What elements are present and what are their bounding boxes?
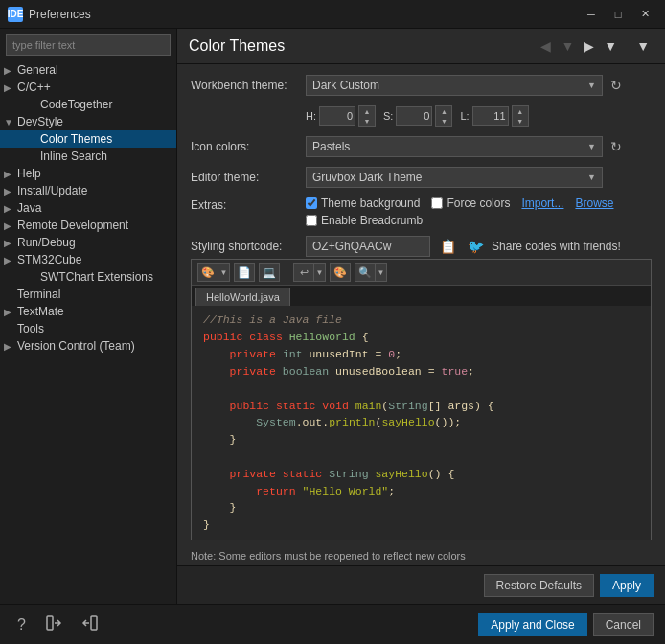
maximize-button[interactable]: □ bbox=[606, 5, 631, 24]
login-button[interactable] bbox=[39, 612, 68, 637]
svg-rect-0 bbox=[47, 616, 53, 630]
editor-theme-value: Gruvbox Dark Theme bbox=[312, 171, 423, 184]
theme-background-checkbox-item[interactable]: Theme background bbox=[306, 196, 420, 210]
back-dropdown-button[interactable]: ▼ bbox=[557, 36, 578, 56]
styling-shortcode-label: Styling shortcode: bbox=[191, 240, 306, 253]
minimize-button[interactable]: ─ bbox=[579, 5, 604, 24]
sidebar-item-label: Help bbox=[17, 167, 41, 180]
apply-button[interactable]: Apply bbox=[600, 574, 654, 597]
editor-theme-dropdown[interactable]: Gruvbox Dark Theme ▼ bbox=[306, 167, 603, 188]
sidebar-item-swtchart[interactable]: SWTChart Extensions bbox=[0, 268, 176, 286]
window-controls: ─ □ ✕ bbox=[579, 5, 657, 24]
forward-dropdown-button[interactable]: ▼ bbox=[600, 36, 621, 56]
sidebar-item-install-update[interactable]: ▶ Install/Update bbox=[0, 182, 176, 199]
theme-background-checkbox[interactable] bbox=[306, 197, 317, 209]
sidebar-item-label: Color Themes bbox=[40, 132, 112, 146]
hue-up-button[interactable]: ▲ bbox=[359, 106, 375, 116]
preview-area: 🎨 ▼ 📄 💻 ↩ ▼ 🎨 🔍 ▼ HelloWorld.java bbox=[191, 259, 652, 540]
code-line-close-main: } bbox=[203, 431, 639, 448]
sidebar-item-label: TextMate bbox=[17, 305, 64, 318]
sidebar-item-general[interactable]: ▶ General bbox=[0, 61, 176, 79]
theme-icon-button[interactable]: 🎨 bbox=[197, 263, 218, 282]
search-button[interactable]: 🔍 bbox=[355, 263, 376, 282]
search-dropdown-arrow[interactable]: ▼ bbox=[376, 263, 387, 282]
icon-colors-dropdown[interactable]: Pastels ▼ bbox=[306, 136, 603, 157]
sidebar-item-help[interactable]: ▶ Help bbox=[0, 165, 176, 182]
force-colors-checkbox-item[interactable]: Force colors bbox=[431, 196, 510, 210]
footer: ? Apply and Close Cancel bbox=[0, 604, 665, 644]
icon-colors-reload-button[interactable]: ↻ bbox=[608, 137, 624, 156]
forward-button[interactable]: ▶ bbox=[580, 36, 598, 56]
sidebar-item-remote-dev[interactable]: ▶ Remote Development bbox=[0, 217, 176, 234]
logout-button[interactable] bbox=[76, 612, 104, 637]
extras-row: Extras: Theme background Force colors Im… bbox=[191, 196, 652, 227]
code-line-sayhello: private static String sayHello() { bbox=[203, 466, 639, 483]
clipboard-button[interactable]: 📋 bbox=[436, 237, 460, 256]
expand-arrow-run: ▶ bbox=[4, 238, 17, 248]
back-button[interactable]: ◀ bbox=[537, 36, 555, 56]
clipboard-icon: 📋 bbox=[440, 239, 456, 254]
bottom-bar: Restore Defaults Apply bbox=[177, 565, 665, 604]
icon-colors-controls: Pastels ▼ ↻ bbox=[306, 136, 652, 157]
hue-down-button[interactable]: ▼ bbox=[359, 116, 375, 126]
sat-down-button[interactable]: ▼ bbox=[436, 116, 451, 126]
sidebar-item-tools[interactable]: Tools bbox=[0, 320, 176, 337]
file-tab[interactable]: HelloWorld.java bbox=[195, 288, 290, 306]
sidebar: ▶ General ▶ C/C++ CodeTogether ▼ DevStyl… bbox=[0, 29, 177, 604]
sidebar-item-java[interactable]: ▶ Java bbox=[0, 199, 176, 217]
shortcode-input[interactable] bbox=[306, 236, 430, 257]
expand-arrow-textmate: ▶ bbox=[4, 307, 17, 317]
sidebar-item-terminal[interactable]: Terminal bbox=[0, 286, 176, 303]
hue-label: H: bbox=[306, 110, 316, 122]
hue-input[interactable] bbox=[319, 106, 355, 126]
paint-button[interactable]: 🎨 bbox=[330, 263, 351, 282]
sidebar-item-cpp[interactable]: ▶ C/C++ bbox=[0, 79, 176, 96]
workbench-theme-value: Dark Custom bbox=[312, 79, 379, 92]
theme-dropdown-arrow[interactable]: ▼ bbox=[218, 263, 230, 282]
sat-spinner-buttons: ▲ ▼ bbox=[435, 105, 452, 126]
sidebar-item-run-debug[interactable]: ▶ Run/Debug bbox=[0, 234, 176, 251]
restore-defaults-button[interactable]: Restore Defaults bbox=[484, 574, 594, 597]
lum-input[interactable] bbox=[472, 106, 509, 126]
lum-up-button[interactable]: ▲ bbox=[513, 106, 528, 116]
editor-theme-controls: Gruvbox Dark Theme ▼ bbox=[306, 167, 652, 188]
cancel-button[interactable]: Cancel bbox=[593, 613, 654, 636]
apply-close-button[interactable]: Apply and Close bbox=[478, 613, 586, 636]
sidebar-item-textmate[interactable]: ▶ TextMate bbox=[0, 303, 176, 320]
sidebar-item-codetogether[interactable]: CodeTogether bbox=[0, 96, 176, 113]
force-colors-checkbox[interactable] bbox=[431, 197, 443, 209]
page-title: Color Themes bbox=[189, 37, 285, 55]
filter-input[interactable] bbox=[6, 34, 171, 56]
sidebar-item-label: Tools bbox=[17, 322, 44, 335]
expand-arrow-vcs: ▶ bbox=[4, 341, 17, 352]
sidebar-item-stm32cube[interactable]: ▶ STM32Cube bbox=[0, 251, 176, 268]
view-menu-button[interactable]: ▼ bbox=[632, 36, 654, 56]
hsl-spinner-group: H: ▲ ▼ S: ▲ ▼ bbox=[306, 105, 529, 126]
workbench-reload-button[interactable]: ↻ bbox=[608, 76, 624, 95]
code-line-field1: private int unusedInt = 0; bbox=[203, 346, 639, 363]
help-button[interactable]: ? bbox=[11, 614, 32, 635]
import-button[interactable]: Import... bbox=[521, 196, 563, 210]
enable-breadcrumb-checkbox-item[interactable]: Enable Breadcrumb bbox=[306, 214, 423, 227]
enable-breadcrumb-checkbox[interactable] bbox=[306, 215, 317, 226]
file-view-button[interactable]: 📄 bbox=[234, 263, 255, 282]
search-dropdown: 🔍 ▼ bbox=[355, 263, 387, 282]
sat-up-button[interactable]: ▲ bbox=[436, 106, 451, 116]
console-button[interactable]: 💻 bbox=[259, 263, 280, 282]
sidebar-item-inline-search[interactable]: Inline Search bbox=[0, 148, 176, 165]
sidebar-item-version-control[interactable]: ▶ Version Control (Team) bbox=[0, 337, 176, 355]
lum-down-button[interactable]: ▼ bbox=[513, 116, 528, 126]
workbench-theme-dropdown[interactable]: Dark Custom ▼ bbox=[306, 75, 603, 96]
dropdown-arrow-icon: ▼ bbox=[587, 172, 596, 182]
expand-arrow-help: ▶ bbox=[4, 169, 17, 179]
code-line-close-sayhello: } bbox=[203, 499, 639, 517]
refresh-dropdown-arrow[interactable]: ▼ bbox=[314, 263, 326, 282]
browse-button[interactable]: Browse bbox=[575, 196, 613, 210]
twitter-button[interactable]: 🐦 bbox=[464, 237, 488, 256]
code-area: //This is a Java file public class Hello… bbox=[192, 306, 651, 540]
sidebar-item-color-themes[interactable]: Color Themes bbox=[0, 130, 176, 148]
sat-input[interactable] bbox=[396, 106, 432, 126]
refresh-button[interactable]: ↩ bbox=[293, 263, 314, 282]
close-button[interactable]: ✕ bbox=[632, 5, 657, 24]
sidebar-item-devstyle[interactable]: ▼ DevStyle bbox=[0, 113, 176, 130]
